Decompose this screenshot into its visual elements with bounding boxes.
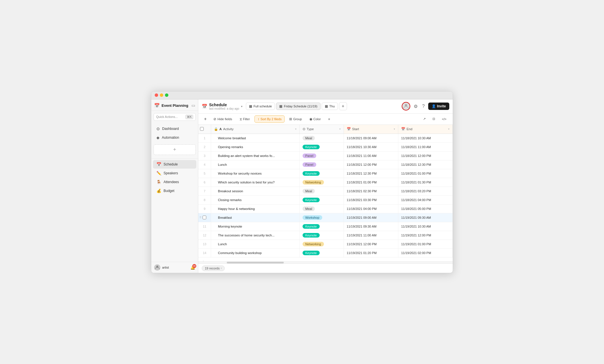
row-checkbox[interactable] xyxy=(203,216,206,219)
notification-button[interactable]: 🔔 16 xyxy=(190,265,195,270)
add-row-button[interactable]: + xyxy=(202,115,209,123)
minimize-button[interactable] xyxy=(160,93,163,97)
start-cell: 11/18/2021 03:30 PM xyxy=(344,195,398,204)
type-badge: Meal xyxy=(303,136,315,140)
row-number: 2 xyxy=(204,145,205,149)
tab-friday-schedule[interactable]: ▦ Friday Schedule (11/19) xyxy=(276,103,320,110)
activity-cell[interactable]: ↗Lunch xyxy=(211,160,300,169)
table-row: 12↗The successes of home security tech..… xyxy=(198,231,453,240)
code-button[interactable]: </> xyxy=(439,116,449,122)
drag-handle-icon[interactable]: ⠿ xyxy=(199,216,201,219)
app-title: 📅 Event Planning xyxy=(154,103,188,108)
add-view-button[interactable]: + xyxy=(154,144,196,155)
activity-cell[interactable]: ↗Which security solution is best for you… xyxy=(211,178,300,187)
schedule-dropdown-button[interactable]: ▾ xyxy=(241,105,242,108)
sidebar-item-automation[interactable]: ◈ Automation xyxy=(153,133,196,142)
activity-text: Breakout session xyxy=(218,189,243,193)
select-all-checkbox[interactable] xyxy=(200,127,204,131)
activity-cell[interactable]: ↗Welcome breakfast xyxy=(211,134,300,142)
col-checkbox-header[interactable] xyxy=(198,125,211,134)
table-row: 6↗Which security solution is best for yo… xyxy=(198,178,453,187)
row-number: 4 xyxy=(204,163,205,166)
start-cell: 11/18/2021 10:30 AM xyxy=(344,142,398,151)
formula-button[interactable]: ⊡ xyxy=(430,116,438,122)
end-date: 11/18/2021 10:30 AM xyxy=(401,136,431,140)
help-icon[interactable]: ? xyxy=(421,103,426,110)
color-button[interactable]: ◉ Color xyxy=(307,116,324,122)
quick-actions-shortcut: ⌘K xyxy=(185,115,193,119)
settings-icon[interactable]: ⚙ xyxy=(413,103,419,110)
start-sort-icon[interactable]: ▾ xyxy=(394,128,395,130)
end-sort-icon[interactable]: ▾ xyxy=(448,128,450,130)
activity-cell[interactable]: ↗Closing remarks xyxy=(211,195,300,204)
table-row: 3↗Building an alert system that works fo… xyxy=(198,151,453,160)
tab-full-schedule[interactable]: ▦ Full schedule xyxy=(246,103,275,110)
activity-cell[interactable]: ↗Morning keynote xyxy=(211,222,300,231)
sidebar-item-attendees[interactable]: 🪑 Attendees xyxy=(153,178,196,186)
invite-button[interactable]: 👤 Invite xyxy=(428,103,449,110)
activity-cell[interactable]: ↗Workshop for security novices xyxy=(211,169,300,178)
activity-cell[interactable]: ↗Community building workshop xyxy=(211,248,300,257)
expand-toolbar-button[interactable]: ↗ xyxy=(420,116,428,122)
table-area[interactable]: 🔒 A Activity ▾ ⊙ Type ▾ xyxy=(198,125,453,261)
records-badge[interactable]: 19 records ‹ xyxy=(202,265,225,271)
sidebar-item-schedule[interactable]: 📅 Schedule xyxy=(153,160,196,169)
sidebar-item-speakers[interactable]: ✏️ Speakers xyxy=(153,169,196,177)
activity-cell[interactable]: ↗The successes of home security tech... xyxy=(211,231,300,240)
sort-icon: ↕ xyxy=(258,117,259,121)
end-date: 11/19/2021 09:30 AM xyxy=(401,216,431,219)
menu-button[interactable]: ≡ xyxy=(325,116,333,122)
type-badge: Keynote xyxy=(303,233,320,238)
activity-cell[interactable]: ↗Breakout session xyxy=(211,187,300,195)
col-end-header[interactable]: 📅 End ▾ xyxy=(398,125,452,134)
top-bar-actions: ⚙ ? 👤 Invite xyxy=(402,102,449,111)
start-date: 11/19/2021 01:20 PM xyxy=(347,251,377,255)
sidebar-header: 📅 Event Planning ▭ xyxy=(151,99,198,111)
activity-cell[interactable]: ↗Lunch xyxy=(211,240,300,248)
end-col-icon: 📅 xyxy=(401,127,405,131)
start-date: 11/19/2021 09:00 AM xyxy=(347,216,377,219)
sort-button[interactable]: ↕ Sort By 2 fileds xyxy=(254,115,285,123)
activity-text: Opening remarks xyxy=(218,145,243,149)
activity-text: Which security solution is best for you? xyxy=(218,181,275,184)
scrollbar-thumb[interactable] xyxy=(227,262,284,263)
end-date: 11/19/2021 01:00 PM xyxy=(401,242,431,246)
sidebar-nav-top: ⊙ Dashboard ◈ Automation xyxy=(151,123,198,143)
sidebar-item-budget[interactable]: 💰 Budget xyxy=(153,187,196,195)
sidebar-toggle-button[interactable]: ▭ xyxy=(191,103,195,108)
activity-text: Workshop for security novices xyxy=(218,172,262,175)
type-sort-icon[interactable]: ▾ xyxy=(339,128,341,130)
end-cell: 11/18/2021 11:00 AM xyxy=(398,142,452,151)
col-type-header[interactable]: ⊙ Type ▾ xyxy=(299,125,344,134)
sidebar-item-dashboard[interactable]: ⊙ Dashboard xyxy=(153,124,196,133)
close-button[interactable] xyxy=(155,93,158,97)
end-date: 11/18/2021 05:00 PM xyxy=(401,207,431,210)
sidebar-item-label: Speakers xyxy=(164,171,178,175)
end-cell: 11/19/2021 01:00 PM xyxy=(398,240,452,248)
filter-button[interactable]: ⧖ Filter xyxy=(237,116,253,122)
row-number-cell: 3 xyxy=(198,151,211,160)
activity-cell[interactable]: ↗Building an alert system that works fo.… xyxy=(211,151,300,160)
activity-cell[interactable]: ↗Happy hour & networking xyxy=(211,204,300,213)
tab-thu[interactable]: ▦ Thu xyxy=(322,103,338,110)
activity-sort-icon[interactable]: ▾ xyxy=(295,128,297,130)
hide-fields-button[interactable]: ⊘ Hide fields xyxy=(211,116,235,122)
start-date: 11/19/2021 09:30 AM xyxy=(347,225,377,228)
add-tab-button[interactable]: + xyxy=(339,102,347,110)
activity-cell[interactable]: ↗Breakfast xyxy=(211,213,300,222)
col-activity-header[interactable]: 🔒 A Activity ▾ xyxy=(211,125,300,134)
quick-actions-bar[interactable]: Quick Actions... ⌘K xyxy=(154,113,196,121)
end-cell: 11/19/2021 10:30 AM xyxy=(398,222,452,231)
activity-cell[interactable]: ↗Opening remarks xyxy=(211,142,300,151)
user-avatar-button[interactable] xyxy=(402,102,410,111)
activity-text: Lunch xyxy=(218,163,227,166)
end-cell: 11/18/2021 12:30 PM xyxy=(398,160,452,169)
maximize-button[interactable] xyxy=(165,93,168,97)
type-cell: Meal xyxy=(299,204,344,213)
add-row-footer[interactable]: + xyxy=(198,257,453,261)
col-start-header[interactable]: 📅 Start ▾ xyxy=(344,125,398,134)
group-button[interactable]: ⊞ Group xyxy=(286,116,305,122)
activity-text: The successes of home security tech... xyxy=(218,234,275,237)
scrollbar-area[interactable] xyxy=(198,261,453,263)
collapse-icon: ‹ xyxy=(221,267,222,270)
